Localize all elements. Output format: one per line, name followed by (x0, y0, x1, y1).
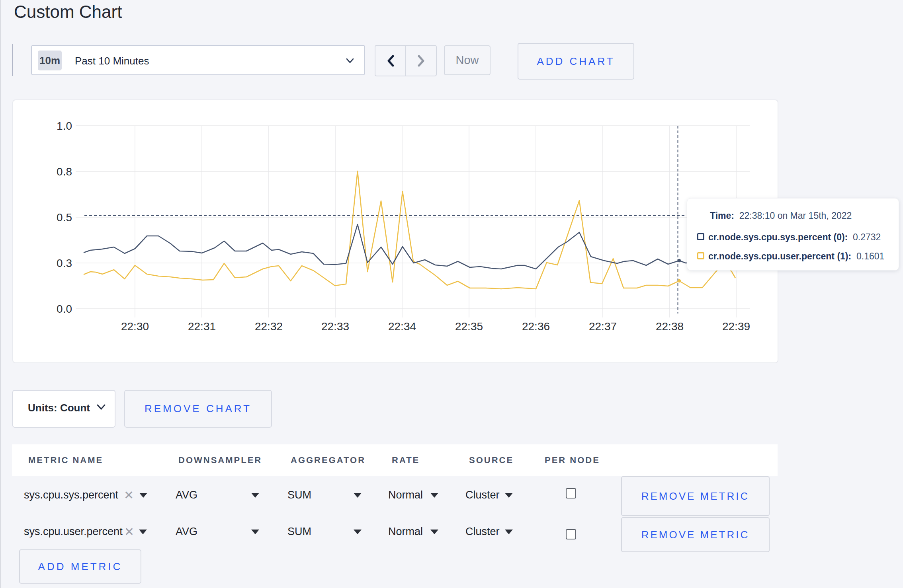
svg-text:22:35: 22:35 (455, 320, 483, 333)
svg-text:22:39: 22:39 (722, 320, 750, 333)
svg-text:22:31: 22:31 (188, 320, 216, 333)
svg-text:1.0: 1.0 (57, 120, 72, 132)
svg-text:0.8: 0.8 (57, 165, 72, 178)
svg-text:0.0: 0.0 (57, 303, 72, 315)
svg-text:22:34: 22:34 (388, 320, 416, 333)
svg-text:22:32: 22:32 (255, 320, 283, 333)
svg-text:22:37: 22:37 (589, 320, 617, 333)
svg-text:0.3: 0.3 (57, 257, 72, 269)
svg-text:22:30: 22:30 (121, 320, 149, 333)
svg-text:22:36: 22:36 (522, 320, 550, 333)
svg-text:22:38: 22:38 (656, 320, 684, 333)
svg-text:22:33: 22:33 (321, 320, 349, 333)
svg-text:0.5: 0.5 (57, 211, 72, 224)
